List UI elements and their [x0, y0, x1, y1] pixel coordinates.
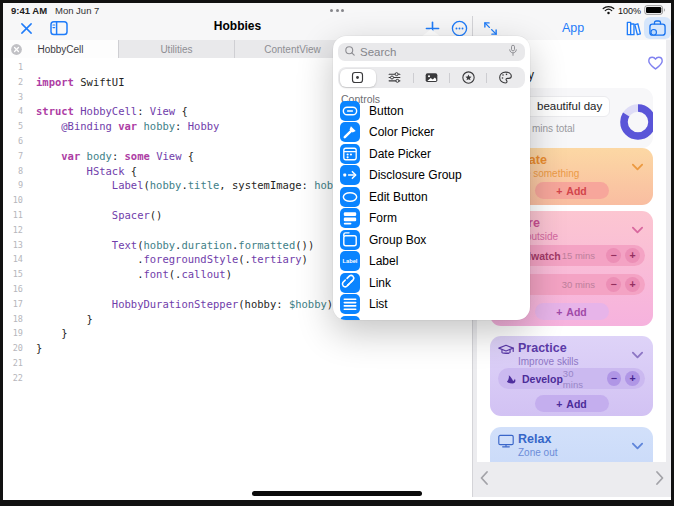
- button-icon: [340, 101, 360, 121]
- plus-icon: +: [556, 306, 562, 318]
- minus-stepper-button[interactable]: −: [607, 371, 622, 386]
- line-number: 6: [3, 134, 23, 149]
- add-label: Add: [566, 185, 586, 197]
- hobby-minutes: 15 mins: [562, 250, 595, 261]
- plus-stepper-button[interactable]: +: [625, 371, 640, 386]
- segment-symbols-icon[interactable]: [450, 69, 487, 87]
- search-placeholder: Search: [360, 46, 503, 58]
- swift-bird-icon: [505, 373, 517, 385]
- line-number: 9: [3, 178, 23, 193]
- search-icon: [344, 43, 356, 61]
- plus-icon: +: [556, 185, 562, 197]
- hobby-name: Develop: [522, 373, 563, 385]
- segment-colors-icon[interactable]: [487, 69, 524, 87]
- line-number: 18: [3, 312, 23, 327]
- form-icon: [340, 208, 360, 228]
- library-item-label: Label: [369, 254, 398, 268]
- library-case-button-selected[interactable]: [644, 17, 671, 39]
- library-item-edit-button[interactable]: Edit Button: [333, 186, 530, 208]
- library-item-label: Button: [369, 104, 404, 118]
- library-item-disclosure-group[interactable]: Disclosure Group: [333, 165, 530, 187]
- plus-stepper-button[interactable]: +: [625, 248, 640, 263]
- library-item-label[interactable]: LabelLabel: [333, 251, 530, 273]
- tab-utilities[interactable]: Utilities: [119, 40, 235, 58]
- code-line: 20}: [3, 341, 472, 356]
- chevron-down-icon[interactable]: [631, 346, 644, 364]
- add-hobby-button[interactable]: +Add: [535, 303, 609, 320]
- heart-favorite-icon[interactable]: [647, 55, 664, 75]
- toolbar: Hobbies App: [3, 16, 671, 40]
- library-item-clipped[interactable]: [333, 315, 530, 320]
- preview-pager: [473, 462, 671, 497]
- line-number: 11: [3, 208, 23, 223]
- hobby-card-relax: RelaxZone out: [490, 427, 653, 462]
- library-item-button[interactable]: Button: [333, 100, 530, 122]
- top-chrome: 9:41 AM Mon Jun 7 100% Hobbies App: [3, 3, 671, 40]
- display-icon: [497, 433, 515, 453]
- line-number: 20: [3, 341, 23, 356]
- screen: 9:41 AM Mon Jun 7 100% Hobbies App Hobby…: [3, 3, 671, 500]
- chevron-down-icon[interactable]: [631, 437, 644, 455]
- label-icon: Label: [340, 251, 360, 271]
- library-item-group-box[interactable]: Group Box: [333, 229, 530, 251]
- add-hobby-button[interactable]: +Add: [535, 395, 609, 412]
- library-item-list[interactable]: List: [333, 294, 530, 316]
- tab-label: ContentView: [264, 44, 321, 55]
- library-item-date-picker[interactable]: Date Picker: [333, 143, 530, 165]
- hobby-minutes: 30 mins: [562, 279, 595, 290]
- add-label: Add: [566, 398, 586, 410]
- code-line: 19 }: [3, 326, 472, 341]
- line-number: 17: [3, 297, 23, 312]
- line-number: 4: [3, 104, 23, 119]
- library-item-form[interactable]: Form: [333, 208, 530, 230]
- edit-button-icon: [340, 187, 360, 207]
- color-picker-icon: [340, 122, 360, 142]
- disclosure-group-icon: [340, 165, 360, 185]
- multitasking-indicator[interactable]: [330, 9, 344, 12]
- grad-cap-icon: [497, 342, 515, 361]
- controls-list: ButtonColor PickerDate PickerDisclosure …: [333, 100, 530, 320]
- chevron-down-icon[interactable]: [631, 221, 644, 239]
- progress-ring: [619, 103, 653, 145]
- segment-modifiers-icon[interactable]: [376, 69, 413, 87]
- home-indicator[interactable]: [252, 491, 422, 496]
- library-search-field[interactable]: Search: [338, 43, 525, 61]
- microphone-icon[interactable]: [507, 43, 519, 61]
- list-icon: [340, 294, 360, 314]
- line-number: 21: [3, 356, 23, 371]
- window-title: Hobbies: [3, 19, 472, 33]
- line-number: 22: [3, 371, 23, 386]
- chevron-down-icon[interactable]: [631, 158, 644, 176]
- line-number: 1: [3, 60, 23, 75]
- segment-media-icon[interactable]: [413, 69, 450, 87]
- pager-next-icon[interactable]: [655, 470, 665, 490]
- plus-icon: +: [556, 398, 562, 410]
- hobby-row: Develop30 mins−+: [498, 368, 645, 389]
- library-popover: Search Controls ButtonColor PickerDate P…: [333, 36, 530, 320]
- library-item-label: Form: [369, 211, 397, 225]
- minus-stepper-button[interactable]: −: [606, 248, 621, 263]
- line-number: 12: [3, 223, 23, 238]
- segment-views-icon[interactable]: [340, 69, 377, 87]
- minus-stepper-button[interactable]: −: [606, 277, 621, 292]
- code-line: 22: [3, 371, 472, 386]
- add-hobby-button[interactable]: +Add: [535, 182, 609, 199]
- documentation-books-icon[interactable]: [621, 16, 645, 40]
- total-minutes-label: mins total: [532, 123, 575, 134]
- plus-stepper-button[interactable]: +: [625, 277, 640, 292]
- library-item-color-picker[interactable]: Color Picker: [333, 122, 530, 144]
- app-preview-button[interactable]: App: [549, 16, 597, 40]
- line-number: 8: [3, 164, 23, 179]
- tab-close-icon[interactable]: [10, 43, 23, 58]
- pager-prev-icon[interactable]: [479, 470, 489, 490]
- status-time: 9:41 AM: [11, 5, 47, 16]
- line-number: 16: [3, 282, 23, 297]
- library-item-link[interactable]: Link: [333, 272, 530, 294]
- status-date: Mon Jun 7: [55, 5, 99, 16]
- line-number: 19: [3, 326, 23, 341]
- line-number: 13: [3, 238, 23, 253]
- tab-hobbycell[interactable]: HobbyCell: [3, 40, 119, 58]
- card-subtitle: Improve skills: [518, 356, 579, 367]
- group-box-icon: [340, 230, 360, 250]
- line-number: 15: [3, 267, 23, 282]
